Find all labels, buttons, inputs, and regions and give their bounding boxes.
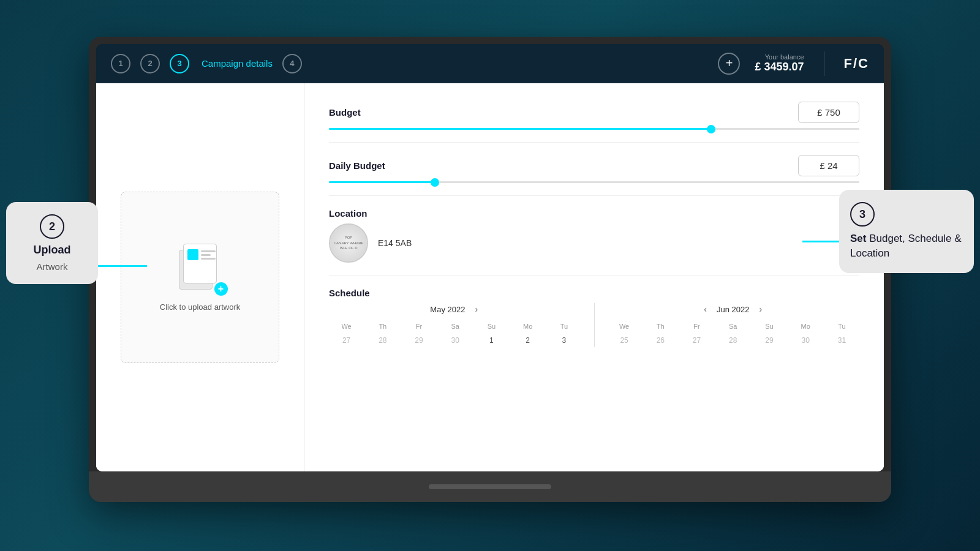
budget-input[interactable]: £ 750	[798, 102, 859, 123]
daily-budget-label: Daily Budget	[329, 160, 798, 171]
may-day-2[interactable]: 28	[365, 334, 400, 347]
divider-2	[329, 195, 859, 196]
jun-next-button[interactable]: ›	[757, 303, 765, 315]
upload-icon: +	[176, 244, 225, 293]
jun-day-4[interactable]: 28	[715, 334, 750, 347]
doc-line-3	[201, 258, 216, 260]
jun-col-4: Sa	[715, 320, 750, 332]
jun-day-headers: We Th Fr Sa Su Mo Tu 25 26 27 28	[607, 320, 860, 347]
may-col-2: Th	[365, 320, 400, 332]
callout-right-text: Set Budget, Schedule & Location	[850, 231, 963, 261]
budget-row: Budget £ 750	[329, 102, 859, 123]
jun-col-1: We	[607, 320, 642, 332]
may-col-7: Tu	[546, 320, 581, 332]
laptop-base-strip	[429, 484, 551, 489]
divider-1	[329, 142, 859, 143]
may-next-button[interactable]: ›	[472, 303, 480, 315]
calendar-separator	[594, 303, 595, 347]
map-circle: POP CANARY WHARF ISLE OF D	[329, 223, 368, 263]
balance-section: Your balance £ 3459.07	[755, 53, 804, 73]
doc-cyan-block	[187, 249, 198, 260]
calendar-may-header: May 2022 ›	[329, 303, 582, 315]
callout-right-number: 3	[850, 202, 875, 227]
jun-col-5: Su	[752, 320, 786, 332]
balance-amount: £ 3459.07	[755, 61, 804, 73]
laptop-screen: 1 2 3 Campaign details 4 + Your balance …	[96, 44, 884, 471]
budget-slider-track	[329, 128, 859, 130]
balance-label: Your balance	[755, 53, 804, 61]
may-day-5[interactable]: 1	[474, 334, 509, 347]
upload-text: Click to upload artwork	[160, 302, 241, 312]
jun-month-label: Jun 2022	[717, 305, 750, 314]
may-day-6[interactable]: 2	[510, 334, 545, 347]
callout-upload: 2 Upload Artwork	[6, 202, 98, 284]
doc-line-1	[201, 250, 216, 252]
daily-budget-slider-track	[329, 181, 859, 183]
laptop-frame: 1 2 3 Campaign details 4 + Your balance …	[89, 37, 891, 502]
may-col-1: We	[329, 320, 364, 332]
callout-left-subtitle: Artwork	[37, 261, 68, 272]
callout-left-number: 2	[40, 214, 64, 239]
may-day-4[interactable]: 30	[438, 334, 473, 347]
jun-col-3: Fr	[679, 320, 714, 332]
budget-label: Budget	[329, 107, 798, 118]
doc-line-2	[201, 254, 211, 256]
calendar-may: May 2022 › We Th Fr Sa Su Mo Tu	[329, 303, 582, 347]
upload-panel: + Click to upload artwork	[96, 83, 304, 471]
postcode: E14 5AB	[378, 238, 412, 248]
doc-lines	[201, 249, 216, 260]
step-4[interactable]: 4	[282, 54, 302, 73]
location-label: Location	[329, 208, 859, 219]
step-1[interactable]: 1	[111, 54, 130, 73]
calendar-jun: ‹ Jun 2022 › We Th Fr Sa Su Mo	[607, 303, 860, 347]
app-header: 1 2 3 Campaign details 4 + Your balance …	[96, 44, 884, 83]
jun-col-7: Tu	[824, 320, 859, 332]
jun-day-6[interactable]: 30	[788, 334, 823, 347]
may-day-7[interactable]: 3	[546, 334, 581, 347]
callout-set-budget: 3 Set Budget, Schedule & Location	[839, 190, 974, 273]
jun-day-3[interactable]: 27	[679, 334, 714, 347]
map-inner: POP CANARY WHARF ISLE OF D	[330, 225, 367, 261]
may-col-3: Fr	[401, 320, 436, 332]
daily-budget-row: Daily Budget £ 24	[329, 155, 859, 176]
may-month-label: May 2022	[430, 305, 465, 314]
may-col-5: Su	[474, 320, 509, 332]
schedule-label: Schedule	[329, 288, 859, 298]
daily-budget-slider-fill	[329, 181, 435, 183]
app-container: 1 2 3 Campaign details 4 + Your balance …	[96, 44, 884, 471]
budget-slider-thumb[interactable]	[707, 125, 715, 133]
may-day-1[interactable]: 27	[329, 334, 364, 347]
jun-col-6: Mo	[788, 320, 823, 332]
step-2[interactable]: 2	[140, 54, 160, 73]
calendar-jun-header: ‹ Jun 2022 ›	[607, 303, 860, 315]
laptop-base	[89, 471, 891, 502]
callout-left-title: Upload	[34, 244, 71, 257]
daily-budget-input[interactable]: £ 24	[798, 155, 859, 176]
jun-day-2[interactable]: 26	[643, 334, 678, 347]
jun-day-1[interactable]: 25	[607, 334, 642, 347]
budget-slider-fill	[329, 128, 711, 130]
doc-front	[183, 244, 217, 283]
may-col-4: Sa	[438, 320, 473, 332]
jun-day-5[interactable]: 29	[752, 334, 786, 347]
jun-col-2: Th	[643, 320, 678, 332]
logo: F/C	[844, 56, 869, 72]
calendars-row: May 2022 › We Th Fr Sa Su Mo Tu	[329, 303, 859, 347]
divider-3	[329, 275, 859, 276]
may-day-headers: We Th Fr Sa Su Mo Tu 27 28 29 30	[329, 320, 582, 347]
doc-stack: +	[176, 244, 225, 293]
may-day-3[interactable]: 29	[401, 334, 436, 347]
connector-left-line	[98, 265, 147, 267]
details-panel: Budget £ 750 Daily Budget £ 24	[304, 83, 884, 471]
daily-budget-slider[interactable]	[329, 181, 859, 183]
upload-area[interactable]: + Click to upload artwork	[121, 192, 279, 363]
active-step-label: Campaign details	[202, 58, 273, 69]
step-3[interactable]: 3	[170, 54, 189, 73]
budget-slider[interactable]	[329, 128, 859, 130]
add-balance-button[interactable]: +	[718, 53, 740, 75]
jun-prev-button[interactable]: ‹	[701, 303, 709, 315]
jun-day-7[interactable]: 31	[824, 334, 859, 347]
main-content: + Click to upload artwork Budget £ 750	[96, 83, 884, 471]
daily-budget-slider-thumb[interactable]	[431, 178, 439, 187]
may-col-6: Mo	[510, 320, 545, 332]
